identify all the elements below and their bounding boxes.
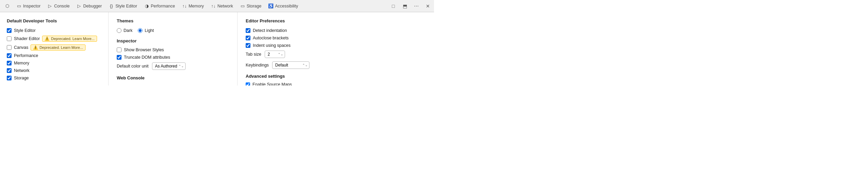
tab-size-label: Tab size — [246, 52, 261, 57]
accessibility-icon: ♿ — [268, 4, 273, 8]
close-button[interactable]: ✕ — [423, 1, 433, 11]
color-unit-row: Default color unit As Authored HEX HSL R… — [117, 62, 229, 70]
checkbox-row-performance: Performance — [7, 53, 101, 58]
debugger-icon: ▷ — [77, 4, 81, 8]
keybindings-row: Keybindings Default Vim Emacs — [246, 61, 426, 69]
tab-style-editor[interactable]: {} Style Editor — [106, 0, 141, 12]
storage-label: Storage — [14, 76, 29, 80]
storage-checkbox[interactable] — [7, 76, 12, 80]
tab-storage[interactable]: ▭ Storage — [237, 0, 265, 12]
shader-editor-label: Shader Editor — [14, 36, 40, 41]
style-editor-icon: {} — [109, 4, 114, 8]
tab-size-input-wrapper — [265, 51, 285, 58]
toolbar-actions: □ ⬒ ⋯ ✕ — [389, 1, 433, 11]
truncate-dom-label: Truncate DOM attributes — [124, 55, 170, 60]
close-icon: ✕ — [426, 3, 430, 9]
theme-dark-option[interactable]: Dark — [117, 28, 132, 33]
tab-memory[interactable]: ↑↓ Memory — [179, 0, 208, 12]
tab-network[interactable]: ↑↓ Network — [208, 0, 237, 12]
color-unit-select[interactable]: As Authored HEX HSL RGB — [152, 62, 186, 70]
checkbox-row-style-editor: Style Editor — [7, 28, 101, 33]
show-browser-styles-row: Show Browser Styles — [117, 48, 229, 52]
keybindings-select-wrapper: Default Vim Emacs — [272, 61, 309, 69]
theme-light-label: Light — [145, 28, 154, 33]
checkbox-row-canvas: Canvas ⚠️ Deprecated. Learn More... — [7, 44, 101, 51]
performance-checkbox[interactable] — [7, 53, 12, 58]
more-button[interactable]: ⋯ — [412, 1, 421, 11]
network-checkbox[interactable] — [7, 68, 12, 73]
tab-bar: ⬡ ▭ Inspector ▷ Console ▷ Debugger {} St… — [1, 0, 389, 12]
enable-source-maps-row: Enable Source Maps — [246, 82, 426, 86]
checkbox-row-memory: Memory — [7, 61, 101, 65]
warn-icon: ⚠️ — [44, 36, 50, 41]
performance-label: Performance — [14, 53, 38, 58]
shader-editor-deprecated-text: Deprecated. Learn More... — [51, 37, 94, 41]
shader-editor-deprecated-badge[interactable]: ⚠️ Deprecated. Learn More... — [42, 36, 97, 42]
editor-prefs-title: Editor Preferences — [246, 18, 426, 23]
right-panel: Editor Preferences Detect indentation Au… — [238, 12, 434, 86]
indent-spaces-label: Indent using spaces — [253, 43, 290, 48]
dock-side-button[interactable]: □ — [389, 1, 398, 11]
performance-icon: ◑ — [144, 4, 149, 8]
dock-side-icon: □ — [392, 3, 395, 9]
theme-options: Dark Light — [117, 28, 229, 33]
checkbox-row-storage: Storage — [7, 76, 101, 80]
theme-light-radio[interactable] — [138, 28, 143, 33]
checkbox-row-network: Network — [7, 68, 101, 73]
enable-source-maps-checkbox[interactable] — [246, 82, 250, 86]
more-icon: ⋯ — [414, 3, 419, 9]
tab-performance[interactable]: ◑ Performance — [141, 0, 179, 12]
truncate-dom-row: Truncate DOM attributes — [117, 55, 229, 60]
detect-indent-label: Detect indentation — [253, 28, 287, 33]
tab-inspector[interactable]: ▭ Inspector — [13, 0, 44, 12]
autoclose-brackets-checkbox[interactable] — [246, 36, 250, 40]
show-browser-styles-checkbox[interactable] — [117, 48, 121, 52]
theme-dark-radio[interactable] — [117, 28, 121, 33]
autoclose-brackets-row: Autoclose brackets — [246, 36, 426, 40]
style-editor-checkbox[interactable] — [7, 28, 12, 33]
dock-bottom-button[interactable]: ⬒ — [400, 1, 410, 11]
dock-bottom-icon: ⬒ — [403, 3, 407, 9]
show-browser-styles-label: Show Browser Styles — [124, 48, 164, 52]
enable-source-maps-label: Enable Source Maps — [252, 82, 292, 86]
detect-indent-row: Detect indentation — [246, 28, 426, 33]
theme-dark-label: Dark — [124, 28, 132, 33]
theme-light-option[interactable]: Light — [138, 28, 154, 33]
network-icon: ↑↓ — [211, 4, 216, 8]
keybindings-select[interactable]: Default Vim Emacs — [272, 61, 309, 69]
memory-icon: ↑↓ — [182, 4, 187, 8]
autoclose-brackets-label: Autoclose brackets — [253, 36, 289, 40]
web-console-title: Web Console — [117, 75, 229, 80]
main-content: Default Developer Tools Style Editor Sha… — [0, 12, 434, 86]
canvas-deprecated-text: Deprecated. Learn More... — [39, 45, 83, 50]
tab-accessibility[interactable]: ♿ Accessibility — [265, 0, 302, 12]
tab-size-input[interactable] — [265, 51, 285, 58]
canvas-warn-icon: ⚠️ — [33, 45, 38, 50]
canvas-checkbox[interactable] — [7, 45, 12, 50]
style-editor-label: Style Editor — [14, 28, 36, 33]
tab-console[interactable]: ▷ Console — [44, 0, 73, 12]
shader-editor-checkbox[interactable] — [7, 36, 12, 41]
canvas-label: Canvas — [14, 45, 28, 50]
left-panel: Default Developer Tools Style Editor Sha… — [0, 12, 109, 86]
memory-checkbox[interactable] — [7, 61, 12, 65]
canvas-deprecated-badge[interactable]: ⚠️ Deprecated. Learn More... — [31, 44, 85, 51]
themes-title: Themes — [117, 18, 229, 23]
memory-label: Memory — [14, 61, 29, 65]
default-devtools-title: Default Developer Tools — [7, 18, 101, 23]
indent-spaces-row: Indent using spaces — [246, 43, 426, 48]
inspector-section-title: Inspector — [117, 38, 229, 43]
tab-debugger[interactable]: ▷ Debugger — [73, 0, 106, 12]
responsive-icon: ⬡ — [5, 4, 10, 8]
inspector-icon: ▭ — [17, 4, 21, 8]
console-icon: ▷ — [48, 4, 52, 8]
storage-icon: ▭ — [240, 4, 245, 8]
mid-panel: Themes Dark Light Inspector Show Browser… — [109, 12, 238, 86]
indent-spaces-checkbox[interactable] — [246, 43, 250, 48]
detect-indent-checkbox[interactable] — [246, 28, 250, 33]
advanced-settings-title: Advanced settings — [246, 74, 426, 79]
keybindings-label: Keybindings — [246, 63, 269, 68]
truncate-dom-checkbox[interactable] — [117, 55, 121, 60]
network-label: Network — [14, 68, 30, 73]
responsive-design-button[interactable]: ⬡ — [1, 0, 13, 12]
